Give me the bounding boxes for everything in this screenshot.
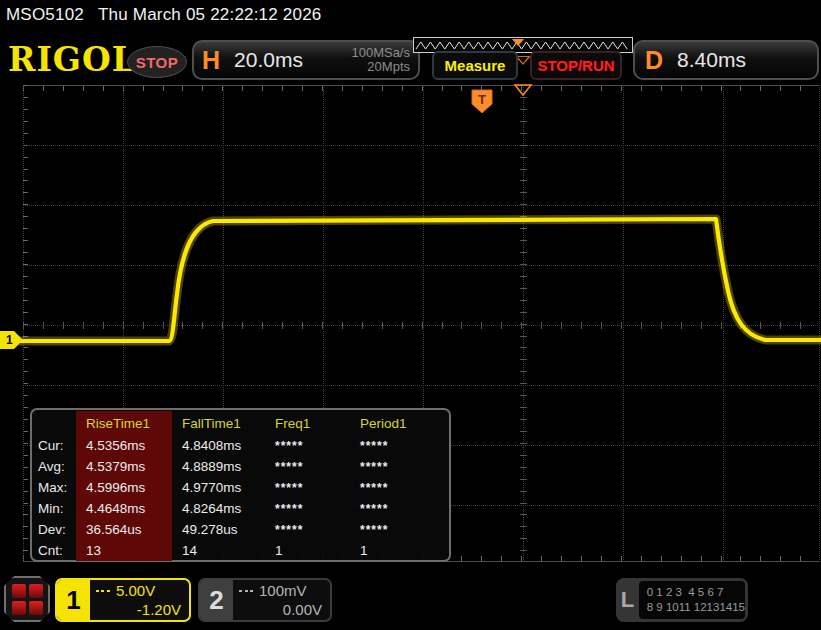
svg-text:1: 1 [6, 333, 13, 347]
meas-value: ***** [350, 523, 449, 537]
oscilloscope-screen: MSO5102Thu March 05 22:22:12 2026 RIGOL … [0, 0, 821, 630]
meas-value: ***** [265, 439, 350, 453]
meas-value: 4.8889ms [172, 459, 265, 474]
meas-col-header[interactable]: FallTime1 [172, 416, 265, 431]
meas-value: 4.5379ms [76, 456, 172, 477]
meas-col-header[interactable]: RiseTime1 [76, 411, 172, 435]
meas-value: ***** [350, 481, 449, 495]
datetime: Thu March 05 22:22:12 2026 [98, 5, 322, 24]
meas-value: 1 [265, 543, 350, 558]
meas-row-label: Cnt: [36, 543, 76, 558]
meas-value: ***** [350, 502, 449, 516]
acquisition-status-badge: STOP [127, 46, 187, 78]
channel2-badge[interactable]: 2 100mV 0.00V [198, 578, 332, 622]
meas-value: 4.9770ms [172, 480, 265, 495]
digital-channels-row2: 8 9 1011 12131415 [647, 600, 745, 615]
meas-value: ***** [350, 439, 449, 453]
red-square-icon [12, 584, 26, 598]
meas-row-label: Avg: [36, 459, 76, 474]
h-label: H [202, 46, 220, 75]
dc-coupling-icon [239, 590, 254, 592]
channel2-number[interactable]: 2 [200, 580, 233, 620]
trigger-position-marker[interactable] [513, 84, 533, 97]
meas-value: 36.564us [76, 519, 172, 540]
meas-row-label: Min: [36, 501, 76, 516]
meas-value: 4.8408ms [172, 438, 265, 453]
channel2-scale: 100mV [259, 581, 307, 600]
logic-analyzer-label: L [616, 587, 639, 613]
meas-value: ***** [265, 481, 350, 495]
meas-value: 13 [76, 540, 172, 561]
titlebar: MSO5102Thu March 05 22:22:12 2026 [6, 5, 335, 25]
red-square-icon [29, 601, 43, 615]
model-name: MSO5102 [6, 5, 84, 24]
channel1-number[interactable]: 1 [57, 580, 90, 620]
digital-channel-list: 0 1 2 3 4 5 6 7 8 9 1011 12131415 [639, 581, 745, 619]
meas-value: 1 [350, 543, 449, 558]
channel1-level-marker[interactable]: 1 [0, 330, 26, 350]
meas-value: ***** [350, 460, 449, 474]
meas-value: ***** [265, 502, 350, 516]
meas-value: 49.278us [172, 522, 265, 537]
trigger-position-marker-small [512, 39, 524, 46]
meas-row-label: Cur: [36, 438, 76, 453]
delay-value: 8.40ms [677, 48, 746, 72]
trigger-level-marker[interactable]: T [471, 89, 493, 115]
measurement-table[interactable]: RiseTime1 FallTime1 Freq1 Period1 Cur: 4… [30, 408, 451, 562]
logic-analyzer-badge[interactable]: L 0 1 2 3 4 5 6 7 8 9 1011 12131415 [616, 578, 748, 622]
red-square-icon [12, 601, 26, 615]
red-square-icon [29, 584, 43, 598]
meas-value: 4.5356ms [76, 435, 172, 456]
meas-value: 14 [172, 543, 265, 558]
channel1-scale: 5.00V [116, 581, 155, 600]
window-layout-button[interactable] [4, 576, 50, 622]
digital-channels-row1: 0 1 2 3 4 5 6 7 [647, 585, 745, 600]
meas-value: ***** [265, 523, 350, 537]
meas-value: 4.4648ms [76, 498, 172, 519]
channel1-badge[interactable]: 1 5.00V -1.20V [55, 578, 191, 622]
meas-value: 4.5996ms [76, 477, 172, 498]
meas-value: 4.8264ms [172, 501, 265, 516]
meas-value: ***** [265, 460, 350, 474]
sample-rate: 100MSa/s [351, 45, 410, 60]
meas-row-label: Dev: [36, 522, 76, 537]
memory-depth: 20Mpts [367, 59, 410, 74]
channel2-offset: 0.00V [239, 600, 322, 619]
top-ticks [23, 86, 820, 91]
acquisition-info: 100MSa/s 20Mpts [351, 46, 410, 74]
trigger-position-axis-ticks [520, 85, 527, 562]
svg-text:T: T [478, 92, 486, 107]
channel1-offset: -1.20V [96, 600, 181, 619]
waveform-preview-icon [414, 38, 630, 52]
horizontal-timebase-panel[interactable]: H 20.0ms 100MSa/s 20Mpts [192, 40, 420, 80]
timebase-value: 20.0ms [234, 48, 303, 72]
rigol-logo: RIGOL [8, 40, 136, 79]
center-horizontal-axis-ticks [23, 322, 820, 329]
dc-coupling-icon [96, 590, 111, 592]
stop-run-button[interactable]: STOP/RUN [530, 51, 622, 80]
measure-button[interactable]: Measure [432, 51, 518, 80]
meas-col-header[interactable]: Freq1 [265, 416, 350, 431]
d-label: D [645, 46, 663, 75]
meas-col-header[interactable]: Period1 [350, 416, 449, 431]
delay-panel[interactable]: D 8.40ms [633, 40, 819, 80]
meas-row-label: Max: [36, 480, 76, 495]
